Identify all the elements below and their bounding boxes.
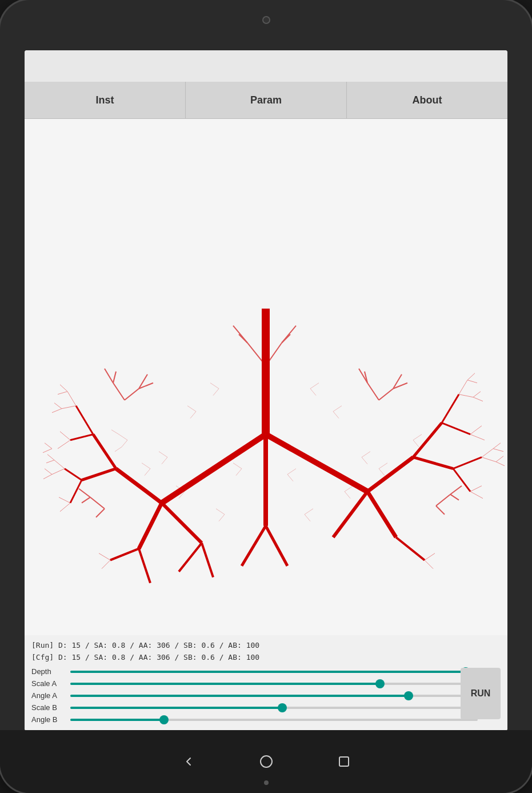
run-button[interactable]: RUN <box>461 668 501 719</box>
tablet-screen: Inst Param About <box>25 50 507 731</box>
camera-dot <box>262 16 270 24</box>
run-status: [Run] D: 15 / SA: 0.8 / AA: 306 / SB: 0.… <box>31 640 501 652</box>
scale-b-slider-row: Scale B <box>31 703 501 712</box>
scale-b-thumb[interactable] <box>278 703 287 712</box>
tab-param[interactable]: Param <box>186 82 347 118</box>
angle-a-fill <box>70 695 409 697</box>
depth-label: Depth <box>31 667 66 676</box>
scale-b-track[interactable] <box>70 707 478 709</box>
tab-about-label: About <box>413 94 442 106</box>
svg-point-128 <box>261 756 272 767</box>
angle-b-label: Angle B <box>31 715 66 724</box>
tab-inst[interactable]: Inst <box>25 82 186 118</box>
scale-a-track[interactable] <box>70 683 478 685</box>
svg-line-59 <box>425 560 433 569</box>
tab-about[interactable]: About <box>347 82 507 118</box>
angle-a-thumb[interactable] <box>404 691 413 700</box>
depth-fill <box>70 671 466 673</box>
tab-inst-label: Inst <box>95 94 114 106</box>
scale-a-fill <box>70 683 380 685</box>
scale-a-label: Scale A <box>31 679 66 688</box>
tab-bar: Inst Param About <box>25 82 507 119</box>
depth-track[interactable] <box>70 671 478 673</box>
scale-b-fill <box>70 707 282 709</box>
bottom-mic-dot <box>264 780 269 785</box>
tab-param-label: Param <box>250 94 282 106</box>
depth-slider-row: Depth <box>31 667 501 676</box>
angle-b-thumb[interactable] <box>159 715 169 724</box>
status-bar <box>25 50 507 82</box>
scale-a-thumb[interactable] <box>375 679 385 688</box>
controls-panel: [Run] D: 15 / SA: 0.8 / AA: 306 / SB: 0.… <box>25 635 507 731</box>
angle-b-slider-row: Angle B <box>31 715 501 724</box>
fractal-display <box>25 119 507 635</box>
angle-a-track[interactable] <box>70 695 478 697</box>
scale-a-slider-row: Scale A <box>31 679 501 688</box>
svg-line-39 <box>102 560 110 569</box>
recents-button[interactable] <box>334 751 354 772</box>
angle-a-slider-row: Angle A <box>31 691 501 700</box>
angle-b-fill <box>70 719 164 721</box>
angle-b-track[interactable] <box>70 719 478 721</box>
scale-b-label: Scale B <box>31 703 66 712</box>
angle-a-label: Angle A <box>31 691 66 700</box>
svg-rect-129 <box>339 757 349 766</box>
tablet-device: Inst Param About <box>0 0 532 793</box>
sliders-container: Depth Scale A Angle A <box>31 667 501 724</box>
back-button[interactable] <box>178 751 199 772</box>
home-button[interactable] <box>256 751 277 772</box>
cfg-status: [Cfg] D: 15 / SA: 0.8 / AA: 306 / SB: 0.… <box>31 652 501 664</box>
fractal-svg <box>25 119 507 635</box>
run-button-label: RUN <box>471 688 491 699</box>
